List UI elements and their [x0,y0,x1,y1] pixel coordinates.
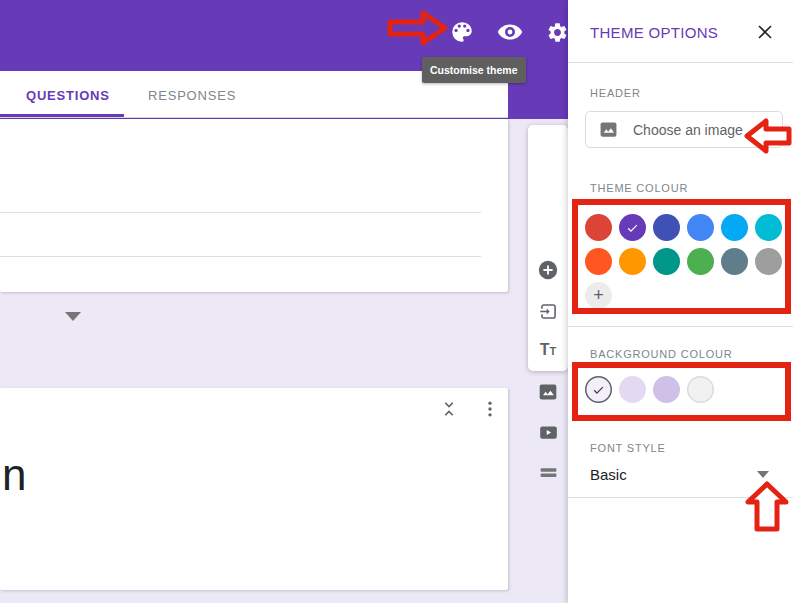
active-tab-indicator [0,114,124,117]
tab-questions[interactable]: QUESTIONS [26,88,110,103]
floating-toolbar: TT [528,125,568,371]
add-video-button[interactable] [537,421,559,443]
add-image-button[interactable] [537,381,559,403]
background-colour-label: BACKGROUND COLOUR [590,348,733,360]
collapse-question-button[interactable] [438,398,460,420]
unfold-less-icon [439,399,459,419]
annotation-arrow-left [744,117,792,155]
header-section-label: HEADER [590,87,641,99]
import-questions-icon [538,301,559,322]
more-vert-icon [480,399,500,419]
font-style-select[interactable]: Basic [590,466,627,483]
add-question-button[interactable] [537,259,559,281]
eye-icon [496,18,524,46]
import-questions-button[interactable] [537,300,559,322]
choose-image-label: Choose an image [633,122,743,138]
close-panel-button[interactable] [755,22,775,42]
font-style-dropdown-caret[interactable] [757,471,769,478]
field-underline [0,256,481,257]
video-icon [538,422,559,443]
section-collapse-caret[interactable] [65,312,81,321]
font-style-label: FONT STYLE [590,442,666,454]
annotation-arrow-right [387,9,449,47]
theme-colour-label: THEME COLOUR [590,182,688,194]
panel-divider [568,62,793,63]
theme-options-title: THEME OPTIONS [590,24,718,41]
field-underline [0,212,481,213]
preview-button[interactable] [496,18,524,46]
text-icon: T [540,341,550,359]
gear-icon [546,21,569,44]
section-icon [538,462,559,483]
panel-divider [568,326,793,327]
annotation-box-background-colour [572,362,791,421]
close-icon [757,24,773,40]
add-title-description-button[interactable]: TT [537,341,559,363]
annotation-box-theme-colour [572,199,791,314]
google-forms-editor-screen: QUESTIONS RESPONSES n TT [0,0,793,603]
tab-responses[interactable]: RESPONSES [148,88,236,103]
question-card: n [0,388,508,590]
palette-icon [449,19,475,45]
add-circle-icon [537,259,559,281]
image-icon [538,382,558,402]
question-title-text[interactable]: n [2,450,26,500]
annotation-arrow-up [744,481,790,533]
customise-theme-tooltip: Customise theme [422,57,526,83]
question-more-menu-button[interactable] [479,398,501,420]
image-icon [599,120,618,139]
settings-button[interactable] [546,21,569,44]
customise-theme-palette-button[interactable] [449,19,475,45]
add-section-button[interactable] [537,461,559,483]
form-header-card [0,119,508,292]
